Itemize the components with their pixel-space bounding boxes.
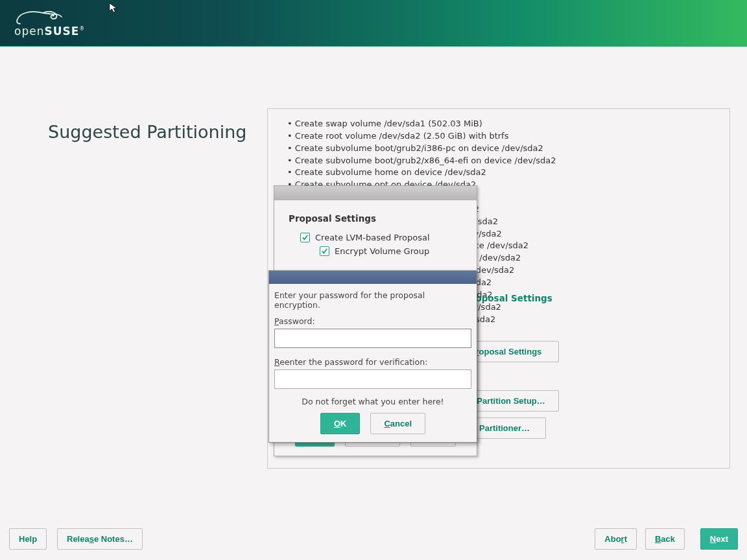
proposal-item: • Create subvolume boot/grub2/x86_64-efi… <box>287 155 718 167</box>
checkbox-checked-icon <box>300 233 310 242</box>
password-label: Password: <box>274 316 471 326</box>
dialog-heading: Proposal Settings <box>289 213 465 224</box>
checkbox-checked-icon <box>320 246 329 256</box>
password-cancel-button[interactable]: Cancel <box>370 413 425 434</box>
checkbox-label: Encrypt Volume Group <box>335 246 429 256</box>
encryption-password-dialog: Enter your password for the proposal enc… <box>268 270 477 443</box>
lvm-proposal-checkbox[interactable]: Create LVM-based Proposal <box>300 233 465 242</box>
page-title: Suggested Partitioning <box>48 122 246 142</box>
reenter-password-input[interactable] <box>274 369 471 389</box>
proposal-item: • Create subvolume home on device /dev/s… <box>287 167 718 179</box>
release-notes-button[interactable]: Release Notes… <box>57 528 143 550</box>
dialog-message: Enter your password for the proposal enc… <box>274 290 471 310</box>
brand-text: openSUSE® <box>14 25 85 38</box>
next-button[interactable]: Next <box>700 528 738 550</box>
installer-header: openSUSE® <box>0 0 747 47</box>
encrypt-volume-group-checkbox[interactable]: Encrypt Volume Group <box>320 246 465 256</box>
checkbox-label: Create LVM-based Proposal <box>315 233 430 242</box>
password-ok-button[interactable]: OK <box>320 413 361 434</box>
reenter-password-label: Reenter the password for verification: <box>274 357 471 367</box>
dialog-titlebar[interactable] <box>274 186 477 200</box>
proposal-item: • Create subvolume boot/grub2/i386-pc on… <box>287 143 718 155</box>
proposal-item: • Create root volume /dev/sda2 (2.50 GiB… <box>287 130 718 143</box>
svg-point-0 <box>52 14 54 16</box>
opensuse-logo: openSUSE® <box>14 8 85 38</box>
warning-text: Do not forget what you enter here! <box>274 397 471 406</box>
password-input[interactable] <box>274 329 471 348</box>
proposal-item: • Create swap volume /dev/sda1 (502.03 M… <box>287 118 718 130</box>
dialog-titlebar[interactable] <box>269 271 477 284</box>
abort-button[interactable]: Abort <box>595 528 637 550</box>
chameleon-icon <box>14 8 64 26</box>
back-button[interactable]: Back <box>645 528 685 550</box>
help-button[interactable]: Help <box>9 528 47 550</box>
